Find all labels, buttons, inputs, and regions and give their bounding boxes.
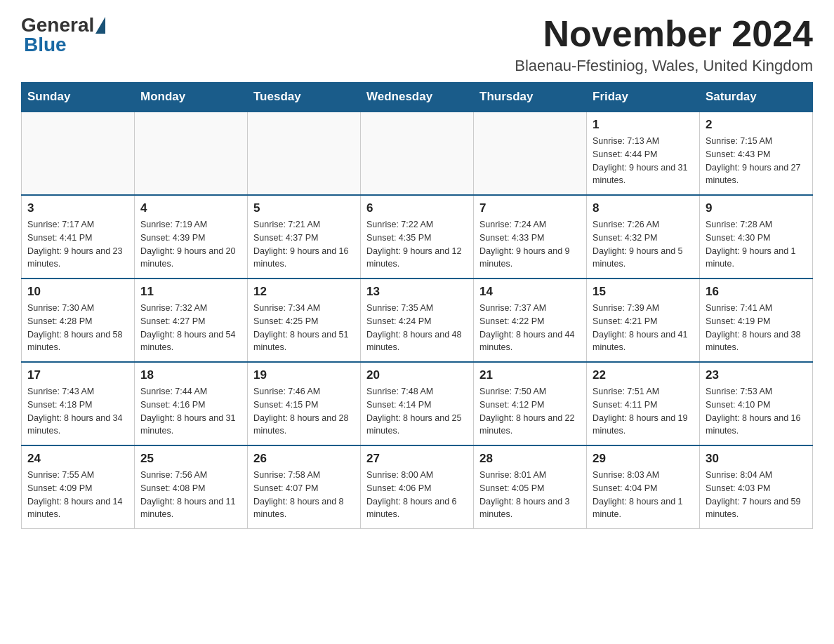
calendar-day-cell: 13Sunrise: 7:35 AMSunset: 4:24 PMDayligh… [361, 279, 474, 362]
day-number: 26 [253, 452, 355, 466]
weekday-header-saturday: Saturday [700, 83, 813, 112]
day-info: Sunrise: 7:56 AMSunset: 4:08 PMDaylight:… [140, 469, 241, 521]
calendar-day-cell: 29Sunrise: 8:03 AMSunset: 4:04 PMDayligh… [587, 445, 700, 529]
day-info: Sunrise: 7:34 AMSunset: 4:25 PMDaylight:… [253, 302, 355, 354]
calendar-day-cell: 2Sunrise: 7:15 AMSunset: 4:43 PMDaylight… [700, 112, 813, 195]
day-info: Sunrise: 7:48 AMSunset: 4:14 PMDaylight:… [366, 385, 468, 438]
day-number: 9 [706, 201, 807, 215]
calendar-day-cell: 15Sunrise: 7:39 AMSunset: 4:21 PMDayligh… [587, 279, 700, 362]
day-number: 17 [27, 368, 128, 382]
calendar-day-cell [474, 112, 587, 195]
day-number: 25 [140, 452, 241, 466]
day-info: Sunrise: 7:51 AMSunset: 4:11 PMDaylight:… [593, 385, 694, 438]
day-number: 4 [140, 201, 241, 215]
day-number: 5 [253, 201, 355, 215]
calendar-week-row: 1Sunrise: 7:13 AMSunset: 4:44 PMDaylight… [22, 112, 813, 195]
day-number: 8 [593, 201, 694, 215]
day-number: 13 [366, 285, 468, 299]
calendar-day-cell: 4Sunrise: 7:19 AMSunset: 4:39 PMDaylight… [135, 195, 248, 279]
calendar-week-row: 17Sunrise: 7:43 AMSunset: 4:18 PMDayligh… [22, 362, 813, 445]
day-number: 18 [140, 368, 241, 382]
day-number: 15 [593, 285, 694, 299]
day-info: Sunrise: 7:28 AMSunset: 4:30 PMDaylight:… [706, 218, 807, 271]
day-info: Sunrise: 7:19 AMSunset: 4:39 PMDaylight:… [140, 218, 241, 271]
day-info: Sunrise: 7:15 AMSunset: 4:43 PMDaylight:… [706, 135, 807, 187]
day-info: Sunrise: 7:35 AMSunset: 4:24 PMDaylight:… [366, 302, 468, 354]
logo-triangle-icon [95, 17, 105, 34]
day-info: Sunrise: 7:26 AMSunset: 4:32 PMDaylight:… [593, 218, 694, 271]
calendar-week-row: 3Sunrise: 7:17 AMSunset: 4:41 PMDaylight… [22, 195, 813, 279]
calendar-day-cell: 18Sunrise: 7:44 AMSunset: 4:16 PMDayligh… [135, 362, 248, 445]
weekday-header-tuesday: Tuesday [248, 83, 361, 112]
day-number: 10 [27, 285, 128, 299]
calendar-day-cell: 1Sunrise: 7:13 AMSunset: 4:44 PMDaylight… [587, 112, 700, 195]
day-info: Sunrise: 7:22 AMSunset: 4:35 PMDaylight:… [366, 218, 468, 271]
day-info: Sunrise: 7:53 AMSunset: 4:10 PMDaylight:… [706, 385, 807, 438]
weekday-header-row: SundayMondayTuesdayWednesdayThursdayFrid… [22, 83, 813, 112]
day-number: 2 [706, 118, 807, 132]
day-info: Sunrise: 8:01 AMSunset: 4:05 PMDaylight:… [479, 469, 581, 521]
weekday-header-thursday: Thursday [474, 83, 587, 112]
calendar-day-cell [22, 112, 135, 195]
day-number: 16 [706, 285, 807, 299]
day-number: 21 [479, 368, 581, 382]
month-title: November 2024 [515, 14, 813, 54]
day-number: 14 [479, 285, 581, 299]
calendar-day-cell: 30Sunrise: 8:04 AMSunset: 4:03 PMDayligh… [700, 445, 813, 529]
day-info: Sunrise: 7:17 AMSunset: 4:41 PMDaylight:… [27, 218, 128, 271]
calendar-day-cell: 19Sunrise: 7:46 AMSunset: 4:15 PMDayligh… [248, 362, 361, 445]
day-number: 19 [253, 368, 355, 382]
calendar-day-cell: 23Sunrise: 7:53 AMSunset: 4:10 PMDayligh… [700, 362, 813, 445]
calendar-day-cell: 11Sunrise: 7:32 AMSunset: 4:27 PMDayligh… [135, 279, 248, 362]
calendar-day-cell: 7Sunrise: 7:24 AMSunset: 4:33 PMDaylight… [474, 195, 587, 279]
calendar-day-cell: 9Sunrise: 7:28 AMSunset: 4:30 PMDaylight… [700, 195, 813, 279]
calendar-day-cell: 16Sunrise: 7:41 AMSunset: 4:19 PMDayligh… [700, 279, 813, 362]
day-info: Sunrise: 7:21 AMSunset: 4:37 PMDaylight:… [253, 218, 355, 271]
logo-area: General Blue [21, 14, 107, 56]
day-info: Sunrise: 7:37 AMSunset: 4:22 PMDaylight:… [479, 302, 581, 354]
day-number: 27 [366, 452, 468, 466]
day-number: 11 [140, 285, 241, 299]
calendar-day-cell: 22Sunrise: 7:51 AMSunset: 4:11 PMDayligh… [587, 362, 700, 445]
day-info: Sunrise: 7:24 AMSunset: 4:33 PMDaylight:… [479, 218, 581, 271]
day-info: Sunrise: 7:46 AMSunset: 4:15 PMDaylight:… [253, 385, 355, 438]
day-number: 29 [593, 452, 694, 466]
calendar-day-cell: 21Sunrise: 7:50 AMSunset: 4:12 PMDayligh… [474, 362, 587, 445]
calendar-table: SundayMondayTuesdayWednesdayThursdayFrid… [21, 82, 813, 529]
day-number: 20 [366, 368, 468, 382]
calendar-day-cell: 8Sunrise: 7:26 AMSunset: 4:32 PMDaylight… [587, 195, 700, 279]
day-number: 6 [366, 201, 468, 215]
day-info: Sunrise: 8:00 AMSunset: 4:06 PMDaylight:… [366, 469, 468, 521]
day-number: 28 [479, 452, 581, 466]
day-info: Sunrise: 7:39 AMSunset: 4:21 PMDaylight:… [593, 302, 694, 354]
calendar-day-cell: 26Sunrise: 7:58 AMSunset: 4:07 PMDayligh… [248, 445, 361, 529]
weekday-header-friday: Friday [587, 83, 700, 112]
calendar-day-cell [135, 112, 248, 195]
calendar-day-cell: 3Sunrise: 7:17 AMSunset: 4:41 PMDaylight… [22, 195, 135, 279]
calendar-day-cell: 5Sunrise: 7:21 AMSunset: 4:37 PMDaylight… [248, 195, 361, 279]
calendar-day-cell: 6Sunrise: 7:22 AMSunset: 4:35 PMDaylight… [361, 195, 474, 279]
day-info: Sunrise: 7:43 AMSunset: 4:18 PMDaylight:… [27, 385, 128, 438]
day-info: Sunrise: 7:32 AMSunset: 4:27 PMDaylight:… [140, 302, 241, 354]
calendar-day-cell: 14Sunrise: 7:37 AMSunset: 4:22 PMDayligh… [474, 279, 587, 362]
calendar-day-cell: 12Sunrise: 7:34 AMSunset: 4:25 PMDayligh… [248, 279, 361, 362]
weekday-header-sunday: Sunday [22, 83, 135, 112]
weekday-header-monday: Monday [135, 83, 248, 112]
calendar-day-cell [361, 112, 474, 195]
weekday-header-wednesday: Wednesday [361, 83, 474, 112]
day-number: 24 [27, 452, 128, 466]
calendar-day-cell: 25Sunrise: 7:56 AMSunset: 4:08 PMDayligh… [135, 445, 248, 529]
calendar-day-cell: 20Sunrise: 7:48 AMSunset: 4:14 PMDayligh… [361, 362, 474, 445]
calendar-day-cell: 24Sunrise: 7:55 AMSunset: 4:09 PMDayligh… [22, 445, 135, 529]
day-number: 23 [706, 368, 807, 382]
day-info: Sunrise: 7:55 AMSunset: 4:09 PMDaylight:… [27, 469, 128, 521]
day-info: Sunrise: 7:13 AMSunset: 4:44 PMDaylight:… [593, 135, 694, 187]
page-header: General Blue November 2024 Blaenau-Ffest… [21, 14, 813, 75]
day-info: Sunrise: 7:30 AMSunset: 4:28 PMDaylight:… [27, 302, 128, 354]
day-number: 22 [593, 368, 694, 382]
day-info: Sunrise: 7:44 AMSunset: 4:16 PMDaylight:… [140, 385, 241, 438]
calendar-day-cell: 27Sunrise: 8:00 AMSunset: 4:06 PMDayligh… [361, 445, 474, 529]
calendar-day-cell: 28Sunrise: 8:01 AMSunset: 4:05 PMDayligh… [474, 445, 587, 529]
day-info: Sunrise: 8:04 AMSunset: 4:03 PMDaylight:… [706, 469, 807, 521]
title-area: November 2024 Blaenau-Ffestiniog, Wales,… [515, 14, 813, 75]
